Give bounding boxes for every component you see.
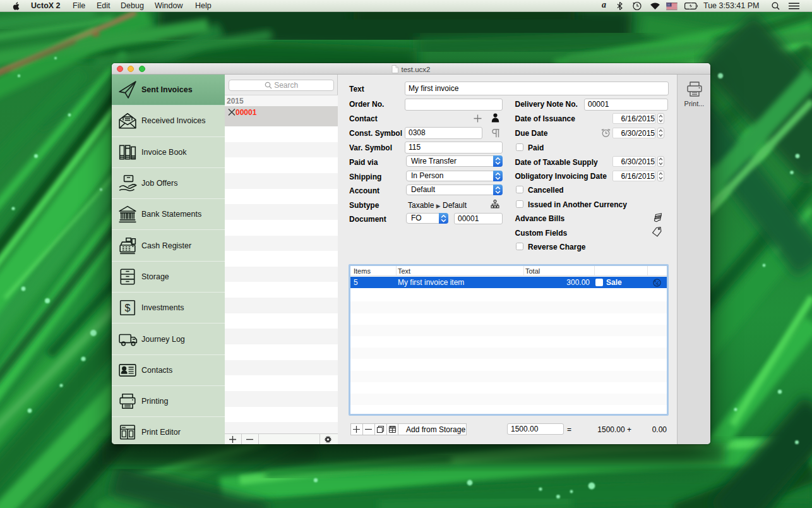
svg-text:$: $ — [125, 302, 131, 313]
